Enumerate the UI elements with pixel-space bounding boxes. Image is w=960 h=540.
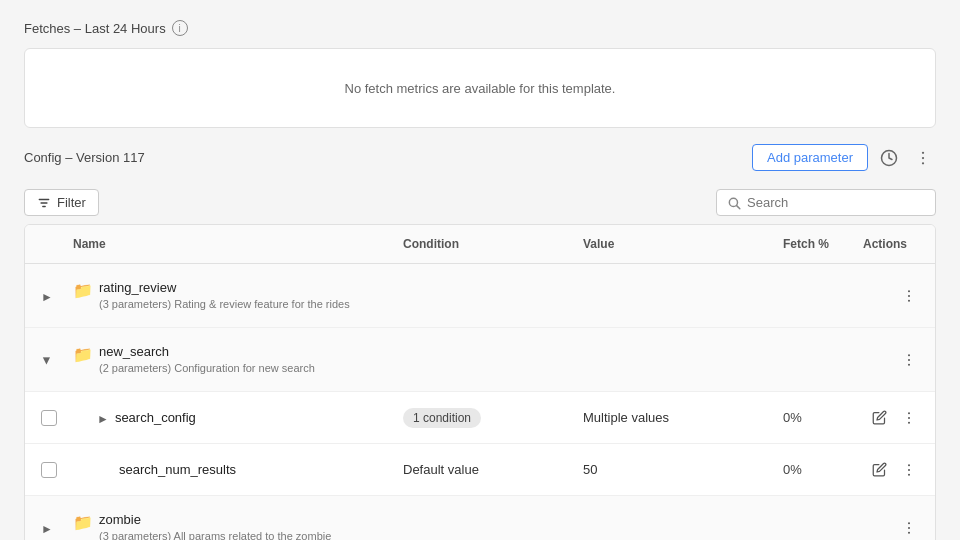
svg-point-13 [908, 359, 910, 361]
cell-value: Multiple values [575, 402, 775, 433]
row-more-button[interactable] [895, 284, 923, 308]
cell-fetch-pct: 0% [775, 402, 855, 433]
svg-point-23 [908, 531, 910, 533]
cell-name: 📁 new_search (2 parameters) Configuratio… [65, 332, 395, 387]
folder-icon: 📁 [73, 345, 93, 364]
table-row: ► search_config 1 condition Multiple val… [25, 392, 935, 444]
more-options-button[interactable] [910, 145, 936, 171]
value-text: 50 [583, 462, 597, 477]
pencil-icon [872, 462, 887, 477]
cell-expand: ► [25, 280, 65, 312]
add-parameter-button[interactable]: Add parameter [752, 144, 868, 171]
expand-icon[interactable]: ► [41, 290, 53, 304]
parameters-table: Name Condition Value Fetch % Actions ► 📁… [24, 224, 936, 540]
more-vert-icon [901, 410, 917, 426]
cell-condition: 1 condition [395, 400, 575, 436]
svg-point-1 [922, 151, 924, 153]
filter-button[interactable]: Filter [24, 189, 99, 216]
cell-expand: ► [25, 344, 65, 376]
folder-icon: 📁 [73, 281, 93, 300]
fetches-info-icon[interactable]: i [172, 20, 188, 36]
cell-value: 50 [575, 454, 775, 485]
more-vert-icon [901, 352, 917, 368]
filter-icon [37, 196, 51, 210]
config-actions: Add parameter [752, 144, 936, 171]
fetches-header: Fetches – Last 24 Hours i [24, 20, 936, 36]
more-vert-icon [901, 520, 917, 536]
cell-checkbox [25, 402, 65, 434]
svg-line-8 [737, 205, 740, 208]
svg-point-15 [908, 412, 910, 414]
folder-icon: 📁 [73, 513, 93, 532]
svg-point-2 [922, 156, 924, 158]
expand-icon[interactable]: ► [97, 412, 109, 426]
row-more-button[interactable] [895, 406, 923, 430]
filter-label: Filter [57, 195, 86, 210]
col-condition: Condition [395, 233, 575, 255]
cell-actions [855, 508, 935, 541]
svg-point-20 [908, 473, 910, 475]
cell-fetch-pct [775, 520, 855, 536]
col-expand [25, 233, 65, 255]
cell-fetch-pct [775, 352, 855, 368]
cell-condition [395, 520, 575, 536]
row-more-button[interactable] [895, 348, 923, 372]
svg-point-3 [922, 162, 924, 164]
history-button[interactable] [876, 145, 902, 171]
cell-value [575, 352, 775, 368]
cell-value [575, 520, 775, 536]
search-icon [727, 196, 741, 210]
cell-expand: ► [25, 512, 65, 541]
toolbar: Filter [24, 181, 936, 224]
search-input[interactable] [747, 195, 925, 210]
fetch-empty-box: No fetch metrics are available for this … [24, 48, 936, 128]
svg-point-12 [908, 354, 910, 356]
fetch-empty-message: No fetch metrics are available for this … [345, 81, 616, 96]
svg-point-19 [908, 469, 910, 471]
svg-point-17 [908, 421, 910, 423]
row-more-button[interactable] [895, 516, 923, 540]
col-fetch-pct: Fetch % [775, 233, 855, 255]
row-name: search_config [115, 410, 196, 425]
value-text: Multiple values [583, 410, 669, 425]
main-page: Fetches – Last 24 Hours i No fetch metri… [0, 0, 960, 540]
table-row: search_num_results Default value 50 0% [25, 444, 935, 496]
table-row: ► 📁 zombie (3 parameters) All params rel… [25, 496, 935, 540]
cell-checkbox [25, 454, 65, 486]
cell-name: 📁 zombie (3 parameters) All params relat… [65, 500, 395, 540]
expand-icon[interactable]: ► [41, 522, 53, 536]
row-more-button[interactable] [895, 458, 923, 482]
row-name: search_num_results [119, 462, 236, 477]
fetch-pct-text: 0% [783, 462, 802, 477]
pencil-icon [872, 410, 887, 425]
cell-condition: Default value [395, 454, 575, 485]
table-row: ► 📁 new_search (2 parameters) Configurat… [25, 328, 935, 392]
svg-point-18 [908, 464, 910, 466]
more-vert-icon [914, 149, 932, 167]
history-icon [880, 149, 898, 167]
row-edit-button[interactable] [866, 458, 893, 481]
row-sub: (2 parameters) Configuration for new sea… [99, 361, 315, 375]
more-vert-icon [901, 288, 917, 304]
config-title: Config – Version 117 [24, 150, 145, 165]
expand-icon[interactable]: ► [40, 355, 54, 367]
svg-point-10 [908, 295, 910, 297]
cell-condition [395, 288, 575, 304]
table-row: ► 📁 rating_review (3 parameters) Rating … [25, 264, 935, 328]
row-name: new_search [99, 344, 315, 359]
svg-point-22 [908, 527, 910, 529]
svg-point-21 [908, 522, 910, 524]
svg-point-11 [908, 299, 910, 301]
row-edit-button[interactable] [866, 406, 893, 429]
row-checkbox[interactable] [41, 410, 57, 426]
row-name: zombie [99, 512, 331, 527]
cell-value [575, 288, 775, 304]
search-box [716, 189, 936, 216]
config-header: Config – Version 117 Add parameter [24, 144, 936, 171]
cell-fetch-pct: 0% [775, 454, 855, 485]
more-vert-icon [901, 462, 917, 478]
col-value: Value [575, 233, 775, 255]
row-checkbox[interactable] [41, 462, 57, 478]
cell-name: 📁 rating_review (3 parameters) Rating & … [65, 268, 395, 323]
table-header: Name Condition Value Fetch % Actions [25, 225, 935, 264]
